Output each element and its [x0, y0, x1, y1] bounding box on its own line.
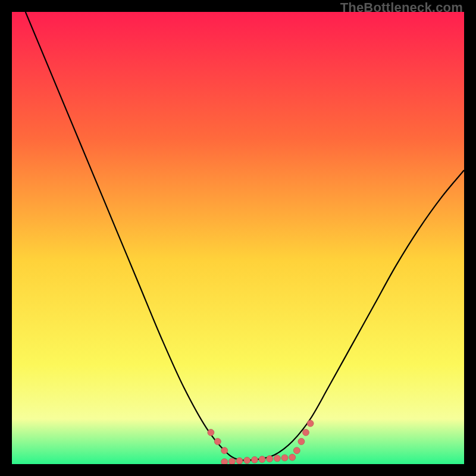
curve-marker: [267, 456, 273, 462]
curve-marker: [236, 458, 243, 464]
curve-marker: [221, 447, 228, 454]
curve-marker: [259, 456, 265, 463]
curve-marker: [221, 459, 228, 464]
curve-marker: [303, 429, 309, 436]
bottleneck-chart: [12, 12, 464, 464]
curve-marker: [293, 447, 300, 454]
gradient-background: [12, 12, 464, 464]
curve-marker: [244, 457, 250, 464]
watermark-text: TheBottleneck.com: [340, 0, 463, 15]
curve-marker: [289, 454, 296, 461]
curve-marker: [274, 455, 280, 462]
curve-marker: [251, 456, 258, 463]
chart-frame: [12, 12, 464, 464]
curve-marker: [307, 420, 314, 427]
curve-marker: [214, 439, 221, 445]
curve-marker: [298, 439, 305, 445]
curve-marker: [208, 429, 214, 436]
curve-marker: [228, 458, 235, 464]
curve-marker: [281, 455, 288, 461]
